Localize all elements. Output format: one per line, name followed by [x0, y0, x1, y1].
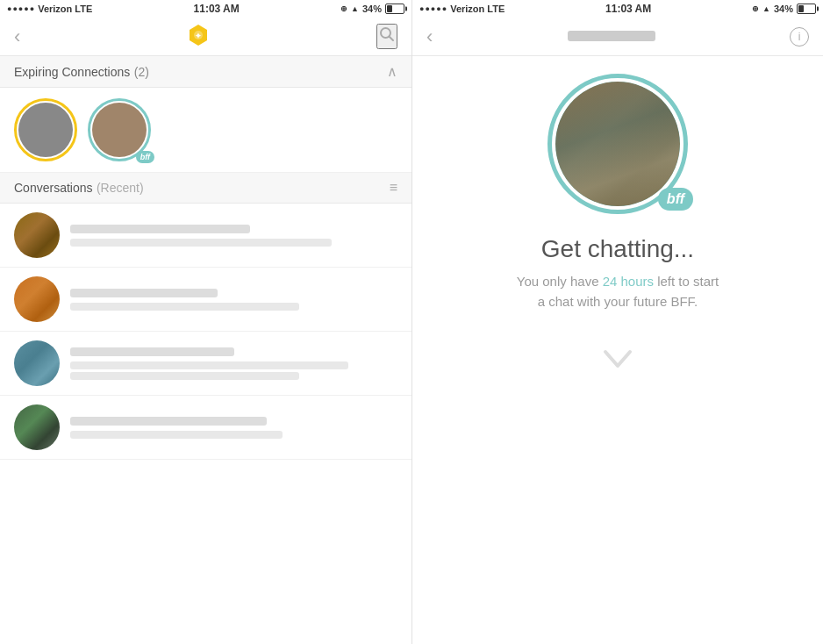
- bff-badge-small: bff: [136, 151, 154, 163]
- conversation-item-2[interactable]: [0, 268, 412, 332]
- left-phone-panel: ●●●●● Verizon LTE 11:03 AM ⊕ ▲ 34% ‹ ✦: [0, 0, 412, 644]
- expiring-connections-header: Expiring Connections (2) ∧: [0, 56, 412, 88]
- network-type: LTE: [75, 4, 92, 14]
- battery-icon-left: [385, 4, 404, 14]
- convo-content-1: [70, 225, 397, 247]
- conversation-item-1[interactable]: [0, 204, 412, 268]
- convo-avatar-1: [14, 212, 60, 258]
- conversation-item-3[interactable]: [0, 332, 412, 396]
- get-chatting-title: Get chatting...: [541, 235, 694, 263]
- collapse-expiring-icon[interactable]: ∧: [387, 63, 397, 80]
- convo-msg-blur-2: [70, 303, 299, 311]
- arrow-icon: ▲: [351, 4, 359, 13]
- status-bar-left-info: ●●●●● Verizon LTE: [7, 4, 92, 14]
- location-icon: ⊕: [340, 4, 347, 13]
- status-bar-right-info: ⊕ ▲ 34%: [340, 4, 404, 14]
- svg-text:✦: ✦: [195, 31, 202, 39]
- conversations-header: Conversations (Recent) ≡: [0, 173, 412, 204]
- right-detail-content: bff Get chatting... You only have 24 hou…: [412, 56, 823, 644]
- convo-name-blur-3: [70, 347, 234, 356]
- bff-badge-large: bff: [658, 188, 693, 211]
- expiring-connections-label: Expiring Connections (2): [14, 64, 149, 80]
- status-bar-right-left-info: ●●●●● Verizon LTE: [419, 4, 505, 14]
- nav-title-right: [568, 31, 655, 43]
- convo-msg-blur-3a: [70, 361, 348, 369]
- expiring-avatar-1-image: [18, 103, 73, 157]
- expiring-avatar-2-container[interactable]: bff: [88, 98, 151, 161]
- expiring-avatars-row: bff: [0, 88, 412, 173]
- time-display-left: 11:03 AM: [194, 3, 240, 15]
- convo-avatar-3: [14, 340, 60, 386]
- convo-content-3: [70, 347, 397, 380]
- status-bar-left-panel: ●●●●● Verizon LTE 11:03 AM ⊕ ▲ 34%: [0, 0, 412, 18]
- large-avatar-container: bff: [547, 74, 688, 214]
- location-icon-right: ⊕: [752, 4, 759, 13]
- convo-content-2: [70, 289, 397, 311]
- svg-line-4: [389, 37, 393, 41]
- time-display-right: 11:03 AM: [605, 3, 651, 15]
- hours-highlight: 24 hours: [603, 274, 654, 289]
- convo-name-blur-2: [70, 289, 218, 297]
- conversation-item-4[interactable]: [0, 396, 412, 460]
- filter-icon[interactable]: ≡: [390, 180, 397, 196]
- status-bar-right-panel: ●●●●● Verizon LTE 11:03 AM ⊕ ▲ 34%: [412, 0, 823, 18]
- back-button-left[interactable]: ‹: [14, 27, 20, 47]
- bumble-logo: ✦: [186, 23, 211, 51]
- convo-name-blur-4: [70, 417, 267, 426]
- battery-icon-right: [797, 4, 816, 14]
- carrier-name: Verizon: [38, 4, 72, 14]
- nav-title-blurred-bar: [568, 31, 655, 41]
- nav-bar-right: ‹ i: [412, 18, 823, 56]
- info-icon: i: [798, 31, 801, 43]
- carrier-name-right: Verizon: [450, 4, 484, 14]
- network-type-right: LTE: [487, 4, 505, 14]
- arrow-icon-right: ▲: [762, 4, 770, 13]
- right-phone-panel: ●●●●● Verizon LTE 11:03 AM ⊕ ▲ 34% ‹ i: [412, 0, 823, 644]
- battery-pct-text: 34%: [362, 4, 382, 14]
- convo-msg-blur-3b: [70, 372, 299, 380]
- conversations-label-group: Conversations (Recent): [14, 180, 144, 196]
- convo-content-4: [70, 417, 397, 439]
- back-button-right[interactable]: ‹: [426, 27, 433, 47]
- large-avatar-image: [555, 82, 680, 206]
- signal-dots-right: ●●●●●: [419, 4, 447, 13]
- expiring-avatar-1[interactable]: [14, 98, 77, 161]
- status-bar-right-icons: ⊕ ▲ 34%: [752, 4, 816, 14]
- convo-avatar-4: [14, 404, 60, 450]
- convo-avatar-2: [14, 276, 60, 322]
- search-button[interactable]: [376, 24, 397, 49]
- info-button-right[interactable]: i: [790, 27, 809, 47]
- convo-name-blur-1: [70, 225, 250, 233]
- battery-pct-right: 34%: [774, 4, 793, 14]
- arrow-down-icon: [602, 338, 633, 387]
- nav-bar-left: ‹ ✦: [0, 18, 412, 56]
- signal-dots: ●●●●●: [7, 4, 35, 13]
- expiring-avatar-2-image: [92, 103, 147, 157]
- get-chatting-subtitle: You only have 24 hours left to start a c…: [512, 272, 723, 311]
- convo-msg-blur-1: [70, 239, 332, 247]
- convo-msg-blur-4: [70, 431, 283, 439]
